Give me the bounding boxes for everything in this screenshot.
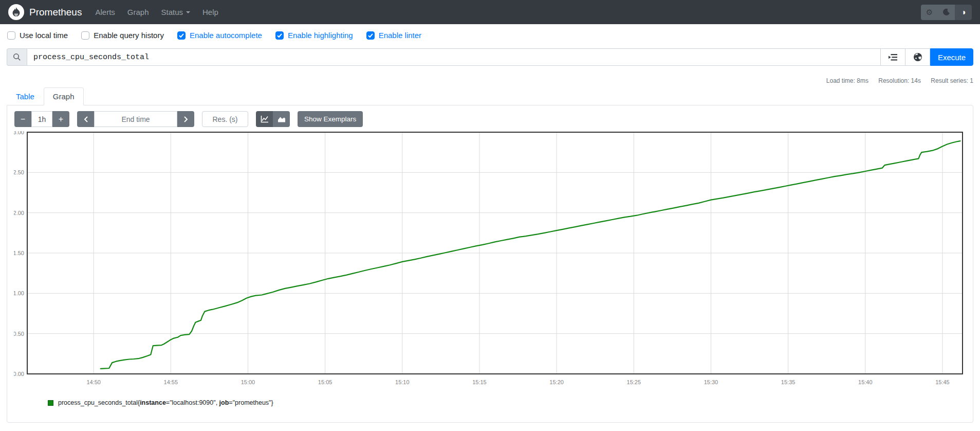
chevron-left-icon [83, 116, 88, 123]
panel-tabs: Table Graph [7, 87, 973, 105]
nav-item-status[interactable]: Status [155, 8, 197, 16]
checkbox-use-local-time[interactable]: Use local time [7, 31, 68, 40]
svg-text:3.00: 3.00 [14, 131, 24, 135]
svg-text:2.50: 2.50 [14, 169, 24, 175]
svg-text:15:40: 15:40 [858, 379, 873, 385]
auto-theme-button[interactable]: ◑ [955, 5, 972, 20]
gear-icon: ⚙ [926, 8, 933, 17]
load-time: Load time: 8ms [826, 77, 868, 84]
stacked-chart-icon [278, 115, 286, 123]
svg-text:0.00: 0.00 [14, 371, 24, 377]
query-stats: Load time: 8ms Resolution: 14s Result se… [7, 77, 973, 84]
range-input[interactable] [31, 111, 52, 127]
svg-text:15:20: 15:20 [549, 379, 564, 385]
chart-area[interactable]: 0.000.501.001.502.002.503.0014:5014:5515… [14, 131, 966, 391]
search-icon [13, 53, 21, 61]
end-time-control [77, 111, 194, 127]
tab-graph[interactable]: Graph [44, 87, 84, 105]
checkbox-box [366, 31, 375, 40]
decrease-range-button[interactable]: − [14, 111, 31, 127]
time-back-button[interactable] [77, 111, 94, 127]
search-icon-box [7, 48, 27, 66]
chevron-down-icon [186, 11, 190, 13]
query-bar: Execute [7, 48, 973, 66]
svg-text:0.50: 0.50 [14, 331, 24, 337]
svg-text:15:00: 15:00 [241, 379, 255, 385]
checkbox-enable-linter[interactable]: Enable linter [366, 31, 421, 40]
metrics-explorer-icon [889, 53, 897, 61]
checkbox-box [7, 31, 15, 40]
options-row: Use local time Enable query history Enab… [0, 24, 980, 44]
checkbox-box [275, 31, 284, 40]
checkbox-box [177, 31, 186, 40]
line-chart-button[interactable] [256, 111, 273, 127]
end-time-input[interactable] [94, 111, 177, 127]
checkbox-box [81, 31, 89, 40]
svg-text:15:35: 15:35 [781, 379, 796, 385]
svg-text:15:15: 15:15 [472, 379, 487, 385]
check-icon [277, 33, 282, 38]
svg-text:14:55: 14:55 [164, 379, 178, 385]
execute-button[interactable]: Execute [930, 48, 973, 66]
brand-title[interactable]: Prometheus [29, 7, 82, 18]
tab-table[interactable]: Table [7, 87, 44, 105]
svg-text:15:10: 15:10 [395, 379, 410, 385]
checkbox-enable-query-history[interactable]: Enable query history [81, 31, 164, 40]
expression-input[interactable] [27, 48, 881, 66]
main-nav: Alerts Graph Status Help [89, 0, 224, 24]
nav-item-graph[interactable]: Graph [121, 8, 155, 16]
increase-range-button[interactable]: + [52, 111, 69, 127]
light-theme-button[interactable]: ⚙ [921, 5, 938, 20]
theme-toggle-group: ⚙ ◑ [921, 5, 972, 20]
checkbox-enable-highlighting[interactable]: Enable highlighting [275, 31, 353, 40]
graph-panel: − + [7, 105, 973, 423]
svg-text:14:50: 14:50 [86, 379, 101, 385]
nav-item-help[interactable]: Help [196, 8, 225, 16]
moon-icon [942, 8, 950, 16]
graph-controls: − + [14, 111, 966, 127]
globe-button[interactable] [905, 48, 930, 66]
top-navbar: Prometheus Alerts Graph Status Help ⚙ ◑ [0, 0, 980, 24]
svg-text:1.00: 1.00 [14, 290, 24, 296]
resolution-input[interactable] [202, 111, 248, 127]
series-label: process_cpu_seconds_total{instance="loca… [58, 399, 273, 406]
time-forward-button[interactable] [177, 111, 194, 127]
metrics-explorer-button[interactable] [881, 48, 905, 66]
globe-icon [913, 52, 922, 62]
svg-text:15:30: 15:30 [704, 379, 718, 385]
check-icon [368, 33, 373, 38]
svg-text:2.00: 2.00 [14, 210, 24, 216]
chevron-right-icon [183, 116, 189, 123]
chart-type-toggle [256, 111, 290, 127]
show-exemplars-button[interactable]: Show Exemplars [298, 111, 363, 127]
svg-text:15:05: 15:05 [318, 379, 332, 385]
resolution: Resolution: 14s [878, 77, 921, 84]
range-control: − + [14, 111, 69, 127]
chart-legend[interactable]: process_cpu_seconds_total{instance="loca… [48, 399, 966, 406]
prometheus-logo-icon[interactable] [8, 4, 24, 20]
half-circle-icon: ◑ [961, 8, 966, 17]
svg-text:15:45: 15:45 [935, 379, 950, 385]
series-color-swatch [48, 400, 53, 406]
line-chart-icon [261, 115, 269, 123]
stacked-chart-button[interactable] [273, 111, 290, 127]
result-series: Result series: 1 [931, 77, 973, 84]
dark-theme-button[interactable] [938, 5, 955, 20]
nav-item-alerts[interactable]: Alerts [89, 8, 121, 16]
svg-text:15:25: 15:25 [627, 379, 641, 385]
checkbox-enable-autocomplete[interactable]: Enable autocomplete [177, 31, 262, 40]
svg-text:1.50: 1.50 [14, 250, 24, 256]
check-icon [179, 33, 184, 38]
time-series-chart[interactable]: 0.000.501.001.502.002.503.0014:5014:5515… [14, 131, 967, 389]
